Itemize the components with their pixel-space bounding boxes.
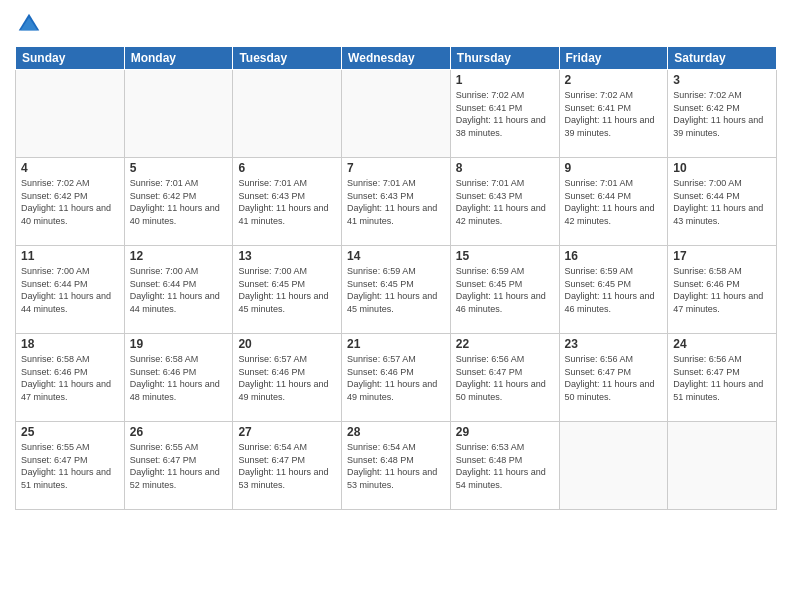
calendar-cell: 20Sunrise: 6:57 AMSunset: 6:46 PMDayligh… (233, 334, 342, 422)
calendar-cell: 18Sunrise: 6:58 AMSunset: 6:46 PMDayligh… (16, 334, 125, 422)
day-number: 26 (130, 425, 228, 439)
day-number: 16 (565, 249, 663, 263)
day-number: 22 (456, 337, 554, 351)
day-number: 14 (347, 249, 445, 263)
day-number: 19 (130, 337, 228, 351)
calendar-cell (342, 70, 451, 158)
day-number: 8 (456, 161, 554, 175)
page: SundayMondayTuesdayWednesdayThursdayFrid… (0, 0, 792, 612)
day-info: Sunrise: 6:56 AMSunset: 6:47 PMDaylight:… (565, 353, 663, 403)
day-number: 4 (21, 161, 119, 175)
calendar-cell: 21Sunrise: 6:57 AMSunset: 6:46 PMDayligh… (342, 334, 451, 422)
calendar-cell (668, 422, 777, 510)
day-info: Sunrise: 7:01 AMSunset: 6:44 PMDaylight:… (565, 177, 663, 227)
day-info: Sunrise: 6:58 AMSunset: 6:46 PMDaylight:… (130, 353, 228, 403)
calendar-cell: 26Sunrise: 6:55 AMSunset: 6:47 PMDayligh… (124, 422, 233, 510)
calendar-cell: 25Sunrise: 6:55 AMSunset: 6:47 PMDayligh… (16, 422, 125, 510)
day-number: 5 (130, 161, 228, 175)
day-number: 21 (347, 337, 445, 351)
calendar-cell (124, 70, 233, 158)
day-info: Sunrise: 6:55 AMSunset: 6:47 PMDaylight:… (130, 441, 228, 491)
day-number: 17 (673, 249, 771, 263)
logo (15, 10, 47, 38)
day-of-week-header: Thursday (450, 47, 559, 70)
calendar-header-row: SundayMondayTuesdayWednesdayThursdayFrid… (16, 47, 777, 70)
day-info: Sunrise: 7:02 AMSunset: 6:41 PMDaylight:… (565, 89, 663, 139)
day-info: Sunrise: 6:56 AMSunset: 6:47 PMDaylight:… (673, 353, 771, 403)
calendar-cell: 11Sunrise: 7:00 AMSunset: 6:44 PMDayligh… (16, 246, 125, 334)
calendar-cell: 14Sunrise: 6:59 AMSunset: 6:45 PMDayligh… (342, 246, 451, 334)
calendar: SundayMondayTuesdayWednesdayThursdayFrid… (15, 46, 777, 510)
calendar-week-row: 25Sunrise: 6:55 AMSunset: 6:47 PMDayligh… (16, 422, 777, 510)
day-info: Sunrise: 6:59 AMSunset: 6:45 PMDaylight:… (347, 265, 445, 315)
calendar-cell: 27Sunrise: 6:54 AMSunset: 6:47 PMDayligh… (233, 422, 342, 510)
day-number: 1 (456, 73, 554, 87)
day-number: 15 (456, 249, 554, 263)
day-info: Sunrise: 7:01 AMSunset: 6:43 PMDaylight:… (347, 177, 445, 227)
day-number: 20 (238, 337, 336, 351)
day-info: Sunrise: 6:56 AMSunset: 6:47 PMDaylight:… (456, 353, 554, 403)
calendar-week-row: 18Sunrise: 6:58 AMSunset: 6:46 PMDayligh… (16, 334, 777, 422)
calendar-cell: 6Sunrise: 7:01 AMSunset: 6:43 PMDaylight… (233, 158, 342, 246)
day-info: Sunrise: 7:01 AMSunset: 6:42 PMDaylight:… (130, 177, 228, 227)
calendar-cell (16, 70, 125, 158)
day-number: 9 (565, 161, 663, 175)
day-of-week-header: Saturday (668, 47, 777, 70)
calendar-cell: 5Sunrise: 7:01 AMSunset: 6:42 PMDaylight… (124, 158, 233, 246)
day-info: Sunrise: 6:58 AMSunset: 6:46 PMDaylight:… (21, 353, 119, 403)
calendar-cell: 24Sunrise: 6:56 AMSunset: 6:47 PMDayligh… (668, 334, 777, 422)
calendar-cell: 12Sunrise: 7:00 AMSunset: 6:44 PMDayligh… (124, 246, 233, 334)
day-info: Sunrise: 6:57 AMSunset: 6:46 PMDaylight:… (238, 353, 336, 403)
day-number: 13 (238, 249, 336, 263)
day-info: Sunrise: 7:01 AMSunset: 6:43 PMDaylight:… (238, 177, 336, 227)
calendar-cell: 7Sunrise: 7:01 AMSunset: 6:43 PMDaylight… (342, 158, 451, 246)
day-info: Sunrise: 7:02 AMSunset: 6:42 PMDaylight:… (21, 177, 119, 227)
calendar-week-row: 1Sunrise: 7:02 AMSunset: 6:41 PMDaylight… (16, 70, 777, 158)
calendar-cell: 8Sunrise: 7:01 AMSunset: 6:43 PMDaylight… (450, 158, 559, 246)
day-of-week-header: Monday (124, 47, 233, 70)
day-info: Sunrise: 7:02 AMSunset: 6:41 PMDaylight:… (456, 89, 554, 139)
day-info: Sunrise: 6:54 AMSunset: 6:48 PMDaylight:… (347, 441, 445, 491)
calendar-cell: 16Sunrise: 6:59 AMSunset: 6:45 PMDayligh… (559, 246, 668, 334)
calendar-cell: 29Sunrise: 6:53 AMSunset: 6:48 PMDayligh… (450, 422, 559, 510)
calendar-cell: 13Sunrise: 7:00 AMSunset: 6:45 PMDayligh… (233, 246, 342, 334)
day-number: 6 (238, 161, 336, 175)
day-number: 11 (21, 249, 119, 263)
day-info: Sunrise: 7:00 AMSunset: 6:44 PMDaylight:… (21, 265, 119, 315)
day-of-week-header: Friday (559, 47, 668, 70)
day-of-week-header: Tuesday (233, 47, 342, 70)
day-info: Sunrise: 7:02 AMSunset: 6:42 PMDaylight:… (673, 89, 771, 139)
calendar-cell: 17Sunrise: 6:58 AMSunset: 6:46 PMDayligh… (668, 246, 777, 334)
calendar-week-row: 11Sunrise: 7:00 AMSunset: 6:44 PMDayligh… (16, 246, 777, 334)
calendar-cell: 2Sunrise: 7:02 AMSunset: 6:41 PMDaylight… (559, 70, 668, 158)
calendar-cell: 10Sunrise: 7:00 AMSunset: 6:44 PMDayligh… (668, 158, 777, 246)
day-of-week-header: Sunday (16, 47, 125, 70)
day-number: 24 (673, 337, 771, 351)
day-info: Sunrise: 7:01 AMSunset: 6:43 PMDaylight:… (456, 177, 554, 227)
day-number: 3 (673, 73, 771, 87)
day-number: 7 (347, 161, 445, 175)
day-info: Sunrise: 7:00 AMSunset: 6:44 PMDaylight:… (673, 177, 771, 227)
day-number: 27 (238, 425, 336, 439)
calendar-cell (559, 422, 668, 510)
day-info: Sunrise: 6:57 AMSunset: 6:46 PMDaylight:… (347, 353, 445, 403)
day-number: 12 (130, 249, 228, 263)
day-info: Sunrise: 7:00 AMSunset: 6:45 PMDaylight:… (238, 265, 336, 315)
day-info: Sunrise: 6:58 AMSunset: 6:46 PMDaylight:… (673, 265, 771, 315)
day-number: 29 (456, 425, 554, 439)
day-of-week-header: Wednesday (342, 47, 451, 70)
logo-icon (15, 10, 43, 38)
header (15, 10, 777, 38)
calendar-cell: 3Sunrise: 7:02 AMSunset: 6:42 PMDaylight… (668, 70, 777, 158)
calendar-cell: 15Sunrise: 6:59 AMSunset: 6:45 PMDayligh… (450, 246, 559, 334)
day-info: Sunrise: 7:00 AMSunset: 6:44 PMDaylight:… (130, 265, 228, 315)
day-info: Sunrise: 6:59 AMSunset: 6:45 PMDaylight:… (456, 265, 554, 315)
calendar-cell: 22Sunrise: 6:56 AMSunset: 6:47 PMDayligh… (450, 334, 559, 422)
calendar-cell: 19Sunrise: 6:58 AMSunset: 6:46 PMDayligh… (124, 334, 233, 422)
day-number: 2 (565, 73, 663, 87)
calendar-cell: 9Sunrise: 7:01 AMSunset: 6:44 PMDaylight… (559, 158, 668, 246)
day-number: 28 (347, 425, 445, 439)
day-number: 18 (21, 337, 119, 351)
day-number: 25 (21, 425, 119, 439)
calendar-cell: 1Sunrise: 7:02 AMSunset: 6:41 PMDaylight… (450, 70, 559, 158)
